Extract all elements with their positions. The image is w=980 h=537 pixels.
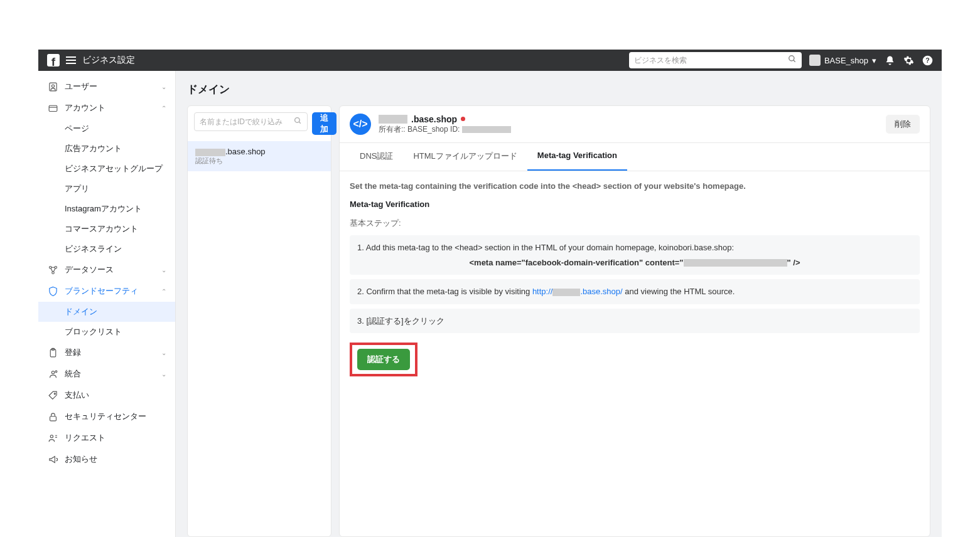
business-search[interactable] [629, 52, 802, 68]
account-switcher[interactable]: BASE_shop ▾ [809, 55, 876, 66]
account-avatar-icon [809, 55, 821, 66]
sidebar-label: 統合 [65, 368, 81, 380]
data-sources-icon [47, 264, 58, 275]
sidebar-sub-blocklist[interactable]: ブロックリスト [38, 322, 175, 342]
filter-input-wrap[interactable] [194, 112, 308, 131]
domain-status: 認証待ち [195, 156, 323, 166]
sidebar-sub-asset-groups[interactable]: ビジネスアセットグループ [38, 159, 175, 179]
chevron-down-icon: ⌄ [161, 349, 166, 356]
redacted-text [462, 126, 511, 133]
users-icon [47, 81, 58, 92]
topbar: f ビジネス設定 BASE_shop ▾ ? [38, 50, 942, 71]
sidebar-sub-business-line[interactable]: ビジネスライン [38, 239, 175, 259]
clipboard-icon [47, 347, 58, 358]
search-icon [294, 116, 302, 127]
page-title: ドメイン [187, 82, 930, 97]
step-3: 3. [認証する]をクリック [350, 309, 920, 334]
domain-list-item[interactable]: .base.shop 認証待ち [188, 141, 331, 171]
sidebar-item-requests[interactable]: リクエスト [38, 427, 175, 449]
svg-line-1 [794, 60, 795, 62]
sidebar-item-payment[interactable]: 支払い [38, 385, 175, 406]
sidebar-sub-apps[interactable]: アプリ [38, 179, 175, 199]
sidebar-item-integration[interactable]: 統合 ⌄ [38, 363, 175, 385]
chevron-up-icon: ⌃ [161, 105, 166, 112]
domain-list-panel: 追加 .base.shop 認証待ち [187, 105, 331, 537]
sidebar-sub-domains[interactable]: ドメイン [38, 302, 175, 322]
sidebar-item-data-sources[interactable]: データソース ⌄ [38, 259, 175, 280]
svg-point-14 [54, 393, 55, 394]
redacted-text [379, 115, 407, 124]
requests-icon [47, 432, 58, 444]
lock-icon [47, 411, 58, 422]
sidebar-sub-ad-accounts[interactable]: 広告アカウント [38, 139, 175, 159]
sidebar-item-brand-safety[interactable]: ブランドセーフティ ⌃ [38, 280, 175, 302]
sidebar-sub-pages[interactable]: ページ [38, 119, 175, 139]
verify-highlight: 認証する [350, 343, 417, 376]
sidebar-item-accounts[interactable]: アカウント ⌃ [38, 97, 175, 119]
svg-point-16 [50, 435, 53, 437]
svg-rect-6 [49, 105, 57, 111]
tab-html-upload[interactable]: HTMLファイルアップロード [403, 143, 527, 171]
redacted-text [552, 289, 580, 296]
shield-icon [47, 285, 58, 297]
status-dot-icon [461, 117, 465, 121]
step-2: 2. Confirm that the meta-tag is visible … [350, 279, 920, 304]
svg-point-5 [51, 84, 54, 87]
chevron-down-icon: ⌄ [161, 267, 166, 274]
sidebar-sub-commerce[interactable]: コマースアカウント [38, 219, 175, 239]
filter-input[interactable] [200, 117, 294, 126]
sidebar-label: ユーザー [65, 81, 97, 92]
facebook-logo-icon[interactable]: f [47, 54, 60, 66]
accounts-icon [47, 102, 58, 114]
chevron-down-icon: ⌄ [161, 83, 166, 90]
svg-line-18 [299, 122, 301, 124]
svg-point-0 [789, 56, 794, 61]
sidebar-label: セキュリティセンター [65, 411, 146, 422]
domain-detail-panel: </> .base.shop 所有者:: BASE_shop ID: 削除 DN… [339, 105, 930, 537]
sidebar: ユーザー ⌄ アカウント ⌃ ページ 広告アカウント ビジネスアセットグループ … [38, 71, 176, 537]
chevron-up-icon: ⌃ [161, 288, 166, 295]
main-area: ドメイン 追加 .base.shop 認証待ち [176, 71, 942, 537]
tab-meta-tag[interactable]: Meta-tag Verification [527, 143, 627, 171]
domain-code-icon: </> [350, 114, 371, 135]
content-heading: Meta-tag Verification [350, 199, 920, 209]
help-icon[interactable]: ? [922, 55, 933, 66]
account-name: BASE_shop [824, 56, 868, 65]
business-search-input[interactable] [634, 56, 788, 65]
tab-dns[interactable]: DNS認証 [350, 143, 403, 171]
sidebar-label: 登録 [65, 347, 81, 358]
sidebar-label: ブランドセーフティ [65, 285, 138, 297]
steps-label: 基本ステップ: [350, 218, 920, 229]
integration-icon [47, 368, 58, 380]
sidebar-label: 支払い [65, 390, 89, 401]
svg-text:?: ? [925, 56, 929, 64]
search-icon[interactable] [788, 55, 797, 66]
menu-icon[interactable] [66, 56, 76, 64]
meta-tag-code: <meta name="facebook-domain-verification… [357, 257, 912, 269]
redacted-text [684, 259, 787, 267]
sidebar-item-security[interactable]: セキュリティセンター [38, 406, 175, 427]
delete-button[interactable]: 削除 [886, 115, 920, 134]
tabs: DNS認証 HTMLファイルアップロード Meta-tag Verificati… [340, 143, 930, 171]
topbar-title: ビジネス設定 [82, 55, 135, 66]
step-1: 1. Add this meta-tag to the <head> secti… [350, 235, 920, 275]
svg-rect-15 [50, 416, 56, 420]
add-button[interactable]: 追加 [312, 112, 337, 135]
megaphone-icon [47, 454, 58, 465]
settings-icon[interactable] [903, 55, 914, 66]
domain-title: .base.shop [379, 114, 511, 124]
svg-point-12 [51, 371, 54, 373]
sidebar-label: リクエスト [65, 432, 105, 444]
sidebar-sub-instagram[interactable]: Instagramアカウント [38, 199, 175, 219]
chevron-down-icon: ⌄ [161, 371, 166, 378]
verify-button[interactable]: 認証する [357, 349, 410, 370]
sidebar-label: アカウント [65, 102, 105, 114]
redacted-text [195, 149, 225, 156]
sidebar-item-register[interactable]: 登録 ⌄ [38, 342, 175, 363]
sidebar-item-news[interactable]: お知らせ [38, 449, 175, 470]
notifications-icon[interactable] [884, 55, 895, 66]
content-description: Set the meta-tag containing the verifica… [350, 181, 920, 191]
sidebar-item-users[interactable]: ユーザー ⌄ [38, 76, 175, 97]
domain-link[interactable]: http://.base.shop/ [532, 287, 623, 296]
chevron-down-icon: ▾ [872, 56, 876, 65]
